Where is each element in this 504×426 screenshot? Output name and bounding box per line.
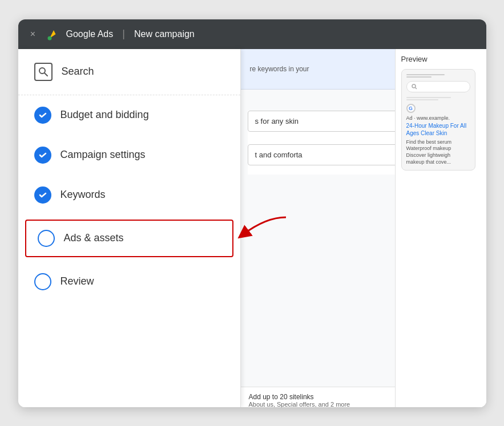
svg-point-7 (412, 84, 416, 88)
nav-panel: Search Budget and bidding Campaign (18, 49, 241, 407)
screen-container: × Google Ads | New campaign (18, 19, 486, 407)
google-g-icon: G (406, 104, 416, 113)
check-circle-budget (34, 107, 51, 124)
empty-circle-review (34, 273, 51, 290)
campaign-settings-label: Campaign settings (61, 149, 146, 161)
search-label: Search (62, 66, 94, 78)
preview-panel: Preview (395, 49, 486, 407)
phone-menu-lines (406, 74, 470, 78)
phone-search-bar (406, 81, 470, 92)
placeholder-lines (406, 97, 470, 100)
sitelinks-subtext: About us, Special offers, and 2 more (249, 401, 350, 407)
menu-line (406, 76, 432, 78)
svg-line-4 (45, 73, 47, 76)
g-logo-area: G (406, 104, 470, 113)
sitelinks-text: Add up to 20 sitelinks (249, 393, 350, 401)
sidebar-item-ads-assets[interactable]: Ads & assets (25, 220, 233, 257)
new-campaign-label: New campaign (134, 29, 195, 39)
check-circle-campaign (34, 147, 51, 164)
svg-line-8 (415, 87, 417, 89)
keywords-hint: re keywords in your (250, 65, 395, 73)
preview-title: Preview (401, 55, 481, 63)
ad-description: Find the best serum Waterproof makeup Di… (406, 139, 470, 166)
ad-label: Ad · www.example. (406, 115, 470, 121)
google-ads-logo-icon (46, 26, 62, 42)
top-bar: × Google Ads | New campaign (18, 19, 486, 49)
review-label: Review (61, 275, 94, 287)
check-circle-keywords (34, 186, 51, 204)
checkmark-icon (38, 151, 47, 160)
sidebar-item-budget-bidding[interactable]: Budget and bidding (18, 95, 240, 135)
nav-item-search[interactable]: Search (18, 49, 240, 95)
logo-area: Google Ads (46, 26, 114, 42)
ads-assets-label: Ads & assets (64, 232, 124, 244)
budget-bidding-label: Budget and bidding (61, 109, 149, 121)
menu-line (406, 74, 445, 75)
sidebar-item-keywords[interactable]: Keywords (18, 175, 240, 215)
checkmark-icon (38, 111, 47, 120)
search-icon-svg (38, 67, 49, 77)
main-content: Search Budget and bidding Campaign (18, 49, 486, 407)
sidebar-item-campaign-settings[interactable]: Campaign settings (18, 135, 240, 175)
empty-circle-ads (38, 230, 55, 247)
close-button[interactable]: × (27, 29, 39, 40)
search-icon (34, 63, 53, 81)
ad-headline: 24-Hour Makeup For All Ages Clear Skin (406, 122, 470, 137)
phone-mockup: G Ad · www.example. 24-Hour Makeup For A… (401, 69, 475, 171)
checkmark-icon (38, 190, 47, 200)
sidebar-item-review[interactable]: Review (18, 262, 240, 302)
keywords-label: Keywords (61, 189, 106, 201)
phone-search-icon (412, 84, 417, 90)
red-arrow-icon (237, 214, 289, 249)
google-ads-title: Google Ads (66, 29, 114, 39)
top-bar-divider: | (122, 28, 125, 40)
svg-point-2 (47, 36, 51, 40)
